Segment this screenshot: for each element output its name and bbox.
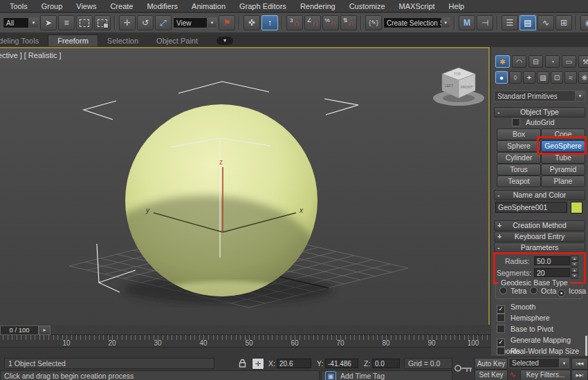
spinner-down-icon[interactable]: ▼ — [571, 273, 578, 278]
menu-rendering[interactable]: Rendering — [293, 2, 342, 10]
perspective-viewport[interactable]: [ Perspective ] [ Realistic ] — [0, 47, 490, 325]
absolute-mode-icon[interactable]: ✛ — [252, 358, 264, 370]
layer-manager-icon[interactable]: ☰ — [502, 15, 518, 30]
select-by-name-icon[interactable]: ≡ — [58, 15, 75, 30]
object-button-teapot[interactable]: Teapot — [497, 175, 541, 187]
selection-set-dropdown[interactable]: Create Selection Se ▼ — [383, 17, 450, 28]
rect-selection-region-icon[interactable] — [76, 15, 93, 30]
ribbon-tab-modeling[interactable]: Modeling Tools — [0, 35, 48, 46]
tab-utilities[interactable]: ⚒ — [578, 55, 588, 68]
x-coordinate-field[interactable]: 20.6 — [277, 359, 311, 368]
radio-icosa[interactable]: ● Icosa — [558, 287, 586, 297]
select-object-icon[interactable]: ➤ — [40, 15, 57, 30]
tab-hierarchy[interactable]: ⊟ — [529, 55, 543, 68]
tab-modify[interactable]: ◠ — [512, 55, 526, 68]
time-slider[interactable]: 0 / 100 ▸ — [0, 325, 491, 335]
spinner-up-icon[interactable]: ▲ — [571, 267, 578, 273]
key-mode-dropdown[interactable]: Selected ▼ — [508, 358, 569, 368]
next-frame-icon[interactable]: ▸ — [39, 325, 50, 335]
select-move-icon[interactable]: ✛ — [119, 15, 136, 30]
tab-create[interactable]: ✱ — [495, 55, 510, 68]
menu-help[interactable]: Help — [442, 2, 472, 10]
angle-snap-icon[interactable]: ∠∩ — [304, 15, 321, 30]
mirror-icon[interactable]: M — [459, 15, 475, 30]
track-bar[interactable]: 10 20 30 40 50 60 70 80 90 100 — [0, 335, 491, 348]
category-systems-icon[interactable]: ❋ — [578, 71, 588, 84]
percent-snap-icon[interactable]: %∩ — [322, 15, 339, 30]
selection-filter-dropdown[interactable]: All ▼ — [3, 17, 39, 28]
smooth-checkbox[interactable]: ✓ Smooth — [497, 303, 535, 314]
window-crossing-icon[interactable] — [94, 15, 111, 30]
object-button-sphere[interactable]: Sphere — [497, 140, 541, 152]
key-filters-button[interactable]: Key Filters... — [520, 370, 571, 380]
menu-group[interactable]: Group — [35, 2, 70, 10]
menu-graph-editors[interactable]: Graph Editors — [232, 2, 293, 10]
set-keys-icon[interactable] — [454, 361, 473, 376]
menu-create[interactable]: Create — [103, 2, 140, 10]
spinner-up-icon[interactable]: ▲ — [571, 256, 578, 261]
select-rotate-icon[interactable]: ↺ — [137, 15, 154, 30]
base-to-pivot-checkbox[interactable]: Base to Pivot — [497, 325, 553, 333]
object-button-pyramid[interactable]: Pyramid — [541, 164, 585, 175]
menu-tools[interactable]: Tools — [3, 2, 35, 10]
ribbon-tab-selection[interactable]: Selection — [98, 35, 147, 46]
object-button-geosphere[interactable]: GeoSphere — [541, 140, 585, 152]
go-to-start-icon[interactable]: |◀◀ — [571, 358, 588, 370]
menu-maxscript[interactable]: MAXScript — [392, 2, 442, 10]
keyboard-override-icon[interactable]: ↑ — [261, 15, 278, 30]
segments-field[interactable]: 20 — [534, 268, 570, 277]
object-color-swatch[interactable] — [571, 202, 582, 213]
go-to-end-icon[interactable]: ▶▶| — [571, 370, 588, 380]
snap-toggle-3d-icon[interactable]: 3∩ — [286, 15, 303, 30]
add-time-tag-label[interactable]: Add Time Tag — [340, 372, 385, 380]
rollout-parameters[interactable]: - Parameters — [494, 243, 585, 253]
tab-display[interactable]: ▭ — [562, 55, 576, 68]
segments-spinner[interactable]: ▲ ▼ — [571, 267, 578, 277]
object-button-cylinder[interactable]: Cylinder — [497, 152, 541, 164]
object-button-plane[interactable]: Plane — [541, 175, 585, 187]
ribbon-tab-object-paint[interactable]: Object Paint — [147, 35, 207, 46]
category-lights-icon[interactable]: ✦ — [523, 71, 535, 84]
time-tag-icon[interactable]: ▣ — [325, 371, 336, 380]
viewport-label[interactable]: [ Perspective ] [ Realistic ] — [0, 51, 62, 59]
object-button-cone[interactable]: Cone — [541, 129, 585, 140]
rollout-name-color[interactable]: - Name and Color — [494, 190, 585, 200]
ribbon-toggle-icon[interactable]: ▤ — [520, 15, 536, 30]
object-button-torus[interactable]: Torus — [497, 164, 541, 175]
y-coordinate-field[interactable]: -41.486 — [325, 359, 358, 368]
rollout-creation-method[interactable]: + Creation Method — [494, 220, 585, 231]
rollout-object-type[interactable]: - Object Type — [494, 107, 585, 117]
schematic-view-icon[interactable]: ⊞ — [555, 15, 572, 30]
selection-lock-icon[interactable] — [239, 359, 246, 368]
radius-spinner[interactable]: ▲ ▼ — [571, 256, 578, 265]
object-button-box[interactable]: Box — [497, 129, 541, 140]
ribbon-tab-freeform[interactable]: Freeform — [48, 35, 98, 46]
category-spacewarps-icon[interactable]: ≈ — [564, 71, 577, 84]
menu-views[interactable]: Views — [69, 2, 103, 10]
tab-motion[interactable]: ◔ — [545, 55, 560, 68]
category-cameras-icon[interactable]: ▨ — [537, 71, 549, 84]
panel-scrollbar-thumb[interactable] — [585, 336, 587, 356]
radio-octa[interactable]: Octa — [530, 287, 556, 295]
select-manipulate-icon[interactable]: ✜ — [244, 15, 260, 30]
category-shapes-icon[interactable]: ◊ — [509, 71, 522, 84]
hemisphere-checkbox[interactable]: Hemisphere — [497, 314, 550, 322]
real-world-map-size-checkbox[interactable]: Real-World Map Size — [497, 347, 579, 355]
set-key-button[interactable]: Set Key — [475, 370, 508, 380]
time-slider-handle[interactable]: 0 / 100 — [0, 325, 39, 335]
curve-editor-icon[interactable]: ∿ — [538, 15, 554, 30]
named-selection-sets-icon[interactable]: {✎} — [365, 15, 382, 30]
radio-tetra[interactable]: Tetra — [499, 287, 526, 295]
category-helpers-icon[interactable]: ⊡ — [551, 71, 563, 84]
menu-modifiers[interactable]: Modifiers — [140, 2, 185, 10]
radius-field[interactable]: 50.0 — [534, 256, 570, 265]
menu-animation[interactable]: Animation — [185, 2, 232, 10]
primitives-category-dropdown[interactable]: Standard Primitives ▼ — [494, 91, 585, 102]
spinner-down-icon[interactable]: ▼ — [571, 261, 578, 267]
ribbon-minimize-icon[interactable]: ▾ — [217, 37, 233, 45]
category-geometry-icon[interactable]: ● — [495, 71, 508, 84]
reference-coordinate-dropdown[interactable]: View ▼ — [173, 17, 217, 28]
auto-key-button[interactable]: Auto Key — [475, 358, 508, 370]
object-button-tube[interactable]: Tube — [541, 152, 585, 164]
select-scale-icon[interactable]: ⤢ — [155, 15, 172, 30]
